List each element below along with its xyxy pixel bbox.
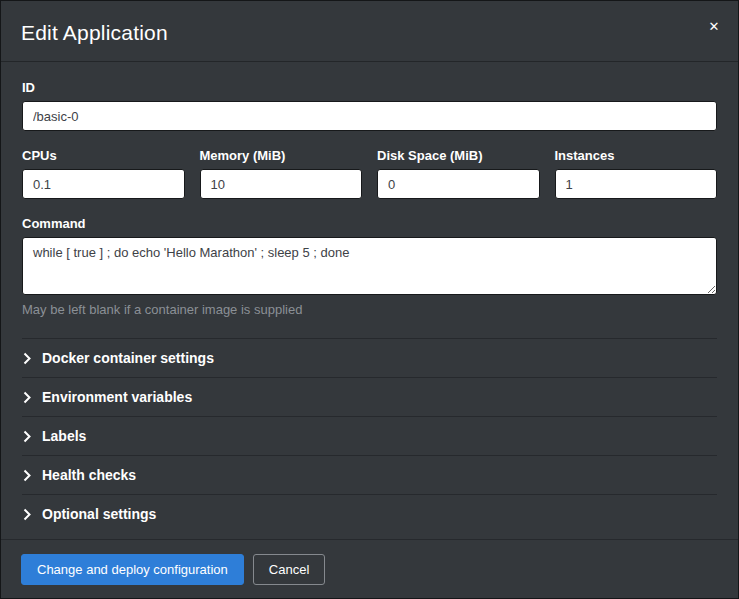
close-icon[interactable]: ✕ xyxy=(705,18,723,36)
disk-field-group: Disk Space (MiB) xyxy=(377,148,540,199)
modal-header: Edit Application ✕ xyxy=(1,1,738,62)
chevron-right-icon xyxy=(23,508,31,521)
cpus-field-group: CPUs xyxy=(22,148,185,199)
chevron-right-icon xyxy=(23,430,31,443)
section-health-checks[interactable]: Health checks xyxy=(22,455,717,494)
section-label: Docker container settings xyxy=(42,350,214,366)
section-label: Labels xyxy=(42,428,86,444)
instances-input[interactable] xyxy=(555,169,718,199)
chevron-right-icon xyxy=(23,352,31,365)
section-label: Health checks xyxy=(42,467,136,483)
cpus-input[interactable] xyxy=(22,169,185,199)
memory-field-group: Memory (MiB) xyxy=(200,148,363,199)
cancel-button[interactable]: Cancel xyxy=(253,554,325,585)
chevron-right-icon xyxy=(23,469,31,482)
id-label: ID xyxy=(22,80,717,95)
edit-application-modal: Edit Application ✕ ID CPUs Memory (MiB) … xyxy=(0,0,739,599)
id-input[interactable] xyxy=(22,101,717,131)
command-label: Command xyxy=(22,216,717,231)
section-environment-variables[interactable]: Environment variables xyxy=(22,377,717,416)
accordion-sections: Docker container settings Environment va… xyxy=(22,338,717,533)
section-labels[interactable]: Labels xyxy=(22,416,717,455)
disk-input[interactable] xyxy=(377,169,540,199)
change-and-deploy-button[interactable]: Change and deploy configuration xyxy=(21,554,244,585)
memory-input[interactable] xyxy=(200,169,363,199)
section-optional-settings[interactable]: Optional settings xyxy=(22,494,717,533)
resources-row: CPUs Memory (MiB) Disk Space (MiB) Insta… xyxy=(22,148,717,199)
disk-label: Disk Space (MiB) xyxy=(377,148,540,163)
memory-label: Memory (MiB) xyxy=(200,148,363,163)
section-label: Optional settings xyxy=(42,506,156,522)
cpus-label: CPUs xyxy=(22,148,185,163)
command-textarea[interactable]: while [ true ] ; do echo 'Hello Marathon… xyxy=(22,237,717,295)
chevron-right-icon xyxy=(23,391,31,404)
section-label: Environment variables xyxy=(42,389,192,405)
modal-body: ID CPUs Memory (MiB) Disk Space (MiB) In… xyxy=(1,62,738,539)
id-field-group: ID xyxy=(22,80,717,131)
modal-footer: Change and deploy configuration Cancel xyxy=(1,539,738,598)
section-docker-container-settings[interactable]: Docker container settings xyxy=(22,338,717,377)
command-help-text: May be left blank if a container image i… xyxy=(22,302,717,317)
modal-title: Edit Application xyxy=(21,21,718,45)
instances-label: Instances xyxy=(555,148,718,163)
command-field-group: Command while [ true ] ; do echo 'Hello … xyxy=(22,216,717,317)
instances-field-group: Instances xyxy=(555,148,718,199)
